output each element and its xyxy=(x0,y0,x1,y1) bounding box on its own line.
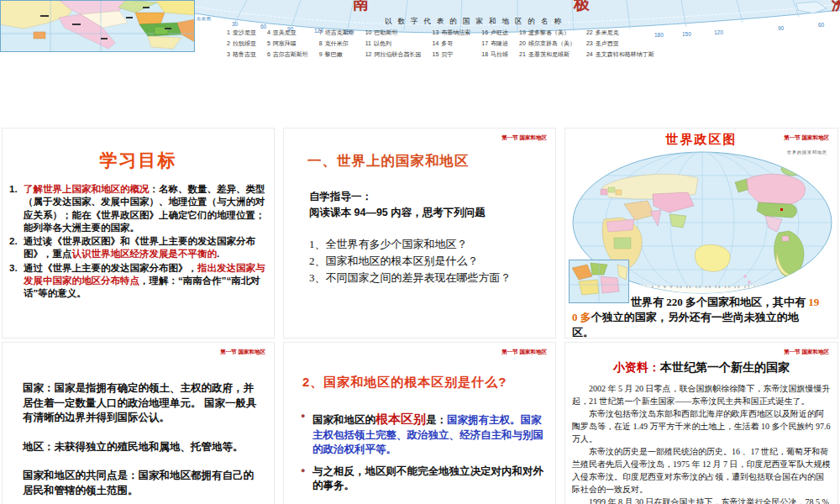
antarctica-char-2: 极 xyxy=(574,0,590,15)
country-list-item: 3格鲁吉亚 xyxy=(227,50,256,59)
bullet-icon: ● xyxy=(301,465,305,476)
text-segment: 与之相反，地区则不能完全地独立决定对内和对外的事务。 xyxy=(312,465,543,492)
country-number-list: 1爱沙尼亚2拉脱维亚3格鲁吉亚4亚美尼亚5阿塞拜疆6吉尔吉斯斯坦7塔吉克斯坦8克… xyxy=(227,29,654,59)
text-line: 1、全世界有多少个国家和地区？ xyxy=(309,236,512,253)
country-list-item: 14多哥 xyxy=(433,39,471,48)
text-segment: 世界有 220 多个国家和地区，其中有 xyxy=(631,296,808,308)
east-timor-paragraphs: 2002 年 5 月 20 日零点，联合国旗帜徐徐降下，东帝汶国旗慢慢升起，21… xyxy=(572,382,831,504)
paragraph: 东帝汶的历史是一部殖民统治的历史。16 、17 世纪，葡萄牙和荷兰殖民者先后入侵… xyxy=(572,445,831,496)
country-list-item: 11以色列 xyxy=(365,39,422,48)
learning-goal-item: 3.通过《世界上主要的发达国家分布图》，指出发达国家与发展中国家的地区分布特点，… xyxy=(9,262,267,301)
europe-map-svg xyxy=(0,0,195,52)
paragraph: 东帝汶包括帝汶岛东部和西部北海岸的欧库西地区以及附近的阿陶罗岛等，在近 1.49… xyxy=(572,407,831,445)
section-one-title: 一、世界上的国家和地区 xyxy=(307,152,470,171)
paragraph: 1999 年 8 月 30 日在联合国主持下，东帝汶举行全民公决，78.5 % … xyxy=(572,496,831,504)
paragraph: 国家和地区的共同点是：国家和地区都拥有自己的居民和管辖的领土范围。 xyxy=(23,469,264,498)
slide-east-timor-info: 第一节 国家和地区 小资料：本世纪第一个新生的国家 2002 年 5 月 20 … xyxy=(564,342,838,504)
country-list-item: 15贝宁 xyxy=(433,50,471,59)
text-segment: 区。 xyxy=(572,326,594,339)
text-segment: 根本区别 xyxy=(375,412,426,426)
country-list-item: 8克什米尔 xyxy=(319,39,354,48)
country-list-item: 10巴勒斯坦 xyxy=(365,29,422,37)
country-list-item: 18马拉维 xyxy=(481,50,508,59)
meridian-label: 120 xyxy=(714,29,723,35)
country-list-item: 6吉尔吉斯斯坦 xyxy=(267,50,308,59)
slide-country-definition: 第一节 国家和地区 国家：国家是指拥有确定的领土、主权的政府，并居住着一定数量人… xyxy=(2,342,275,504)
country-list-item: 23圣卢西亚 xyxy=(586,39,654,48)
self-study-guide: 自学指导一：阅读课本 94—95 内容，思考下列问题 xyxy=(309,189,486,221)
top-slide-sliver: 南极圈 3060901201501801501209060 南 极 洲 以数字代… xyxy=(0,0,840,124)
paragraph: 国家：国家是指拥有确定的领土、主权的政府，并居住着一定数量人口的政治地理单元。 … xyxy=(23,381,264,426)
meridian-label: 150 xyxy=(682,31,691,37)
meridian-label: 90 xyxy=(778,25,784,31)
bullet-icon: ● xyxy=(301,411,305,422)
slide-section-one: 第一节 国家和地区 一、世界上的国家和地区 自学指导一：阅读课本 94—95 内… xyxy=(283,128,556,339)
meridian-label: 180 xyxy=(654,32,664,38)
text-segment: 通过《世界上主要的发达国家分布图》， xyxy=(24,263,197,273)
slide-learning-goals: 学习目标 1.了解世界上国家和地区的概况：名称、数量、差异、类型（属于发达国家、… xyxy=(2,128,275,339)
bullet-item: ●与之相反，地区则不能完全地独立决定对内和对外的事务。 xyxy=(301,465,547,494)
map-legend-area: 南极圈 3060901201501801501209060 南 极 洲 以数字代… xyxy=(195,0,840,63)
antarctica-char-1: 南 xyxy=(353,0,369,15)
section-header: 第一节 国家和地区 xyxy=(220,349,265,356)
map-caption-line2: 0 多个独立的国家，另外还有一些尚未独立的地 xyxy=(572,310,799,325)
country-list-item: 2拉脱维亚 xyxy=(227,39,256,48)
paragraph: 2002 年 5 月 20 日零点，联合国旗帜徐徐降下，东帝汶国旗慢慢升起，21… xyxy=(572,382,831,407)
text-segment: 小资料： xyxy=(613,360,660,374)
text-segment: 0 多 xyxy=(572,311,591,323)
paragraph: 地区：未获得独立的殖民地和属地、托管地等。 xyxy=(23,440,264,455)
bullet-item: ●国家和地区的根本区别是：国家拥有主权。国家主权包括领土完整、政治独立、经济自主… xyxy=(301,410,547,458)
learning-goal-item: 1.了解世界上国家和地区的概况：名称、数量、差异、类型（属于发达国家、发展中国家… xyxy=(9,183,267,234)
country-list-item: 5阿塞拜疆 xyxy=(267,39,308,48)
country-list-item: 9黎巴嫩 xyxy=(319,50,354,59)
antarctic-circle-label: 南极圈 xyxy=(197,16,212,21)
country-list-item: 1爱沙尼亚 xyxy=(227,29,256,37)
text-segment: 是： xyxy=(426,414,447,426)
section-header: 第一节 国家和地区 xyxy=(501,134,547,142)
map-caption-line3: 区。 xyxy=(572,325,594,339)
learning-goals-list: 1.了解世界上国家和地区的概况：名称、数量、差异、类型（属于发达国家、发展中国家… xyxy=(9,183,267,301)
country-list-item: 13布基纳法索 xyxy=(433,29,471,37)
learning-goals-title: 学习目标 xyxy=(3,149,274,172)
country-list-item: 12阿拉伯联合酋长国 xyxy=(365,50,422,59)
difference-question-title: 2、国家和地区的根本区别是什么? xyxy=(302,375,507,391)
europe-inset-map xyxy=(569,260,629,303)
meridian-label: 60 xyxy=(818,22,824,28)
country-list-item: 17布隆迪 xyxy=(481,39,508,48)
text-segment: 国家和地区的 xyxy=(312,414,375,426)
meridian-label: 30 xyxy=(232,21,238,27)
text-segment: . xyxy=(217,249,219,259)
text-line: 3、不同国家之间的差异表现在哪些方面？ xyxy=(309,270,512,286)
country-list-item: 7塔吉克斯坦 xyxy=(319,29,354,37)
difference-bullets: ●国家和地区的根本区别是：国家拥有主权。国家主权包括领土完整、政治独立、经济自主… xyxy=(301,410,547,501)
country-list-item: 19波多黎各（美） xyxy=(519,29,575,37)
learning-goal-item: 2.通过读《世界政区图》和《世界上主要的发达国家分布图》，重点认识世界地区经济发… xyxy=(9,235,267,261)
text-line: 2、国家和地区的根本区别是什么？ xyxy=(309,253,512,270)
country-list-item: 20维尔京群岛（美） xyxy=(519,39,575,48)
text-segment: 认识世界地区经济发展是不平衡的 xyxy=(72,249,218,259)
country-list-title: 以数字代表的国家和地区的名称 xyxy=(385,17,567,27)
definition-paragraphs: 国家：国家是指拥有确定的领土、主权的政府，并居住着一定数量人口的政治地理单元。 … xyxy=(23,381,264,504)
svg-text:1 2 3 4 5 6 7 8 9 10 11 12 13: 1 2 3 4 5 6 7 8 9 10 11 12 13 14 15 16 1… xyxy=(621,285,819,289)
info-title: 小资料：本世纪第一个新生的国家 xyxy=(613,360,790,375)
slide-world-political-map: 世界政区图 第一节 国家和地区 世界的国家和地区 xyxy=(564,128,838,339)
text-segment: 个独立的国家，另外还有一些尚未独立的地 xyxy=(591,311,799,323)
section-header: 第一节 国家和地区 xyxy=(784,134,829,142)
text-segment: 本世纪第一个新生的国家 xyxy=(660,360,790,374)
country-list-item: 16卢旺达 xyxy=(481,29,508,37)
country-list-item: 22多米尼克 xyxy=(586,29,654,37)
map-caption-line1: 世界有 220 多个国家和地区，其中有 19 xyxy=(631,295,819,310)
country-list-item: 21圣基茨和尼维斯 xyxy=(519,50,575,59)
text-segment: 了解世界上国家和地区的概况 xyxy=(24,184,150,194)
text-segment: 19 xyxy=(808,296,819,308)
antarctica-char-3: 洲 xyxy=(832,0,840,15)
europe-map-fragment xyxy=(0,0,195,52)
country-list-item: 4亚美尼亚 xyxy=(267,29,308,37)
study-questions: 1、全世界有多少个国家和地区？2、国家和地区的根本区别是什么？3、不同国家之间的… xyxy=(309,236,512,286)
text-line: 自学指导一： xyxy=(309,189,486,205)
text-line: 阅读课本 94—95 内容，思考下列问题 xyxy=(309,205,486,221)
section-header: 第一节 国家和地区 xyxy=(784,349,829,356)
section-header: 第一节 国家和地区 xyxy=(501,349,547,356)
country-list-item: 24圣文森特和格林纳丁斯 xyxy=(586,50,654,59)
slide-fundamental-difference: 第一节 国家和地区 2、国家和地区的根本区别是什么? ●国家和地区的根本区别是：… xyxy=(283,342,556,504)
